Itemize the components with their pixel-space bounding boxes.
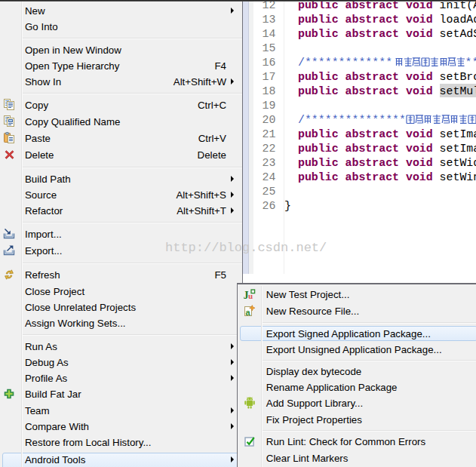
svg-text:u: u [248, 291, 253, 300]
svg-text:a: a [246, 308, 251, 317]
